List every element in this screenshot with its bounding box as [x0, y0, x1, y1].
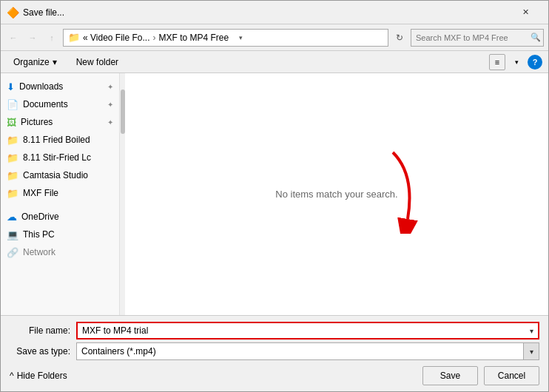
up-button[interactable]: ↑: [44, 30, 60, 46]
documents-icon: 📄: [7, 99, 18, 110]
sidebar-label-downloads: Downloads: [19, 81, 63, 92]
fried-boiled-icon: 📁: [7, 135, 18, 146]
pictures-pin: ✦: [107, 118, 113, 126]
breadcrumb-path: « Video File Fo...: [83, 33, 150, 43]
file-name-row: File name: ▾: [10, 322, 539, 339]
action-buttons: Save Cancel: [422, 366, 539, 385]
forward-button[interactable]: →: [24, 30, 41, 46]
save-type-wrap: Containers (*.mp4) AVI (*.avi) MOV (*.mo…: [76, 342, 539, 360]
bottom-buttons: ^ Hide Folders Save Cancel: [10, 366, 539, 385]
sidebar-label-mxf: MXF File: [23, 188, 58, 198]
toolbar: Organize ▾ New folder ≡ ▾ ?: [1, 51, 548, 73]
stir-fried-icon: 📁: [7, 152, 18, 163]
sidebar-item-fried-boiled[interactable]: 📁 8.11 Fried Boiled: [1, 131, 119, 149]
sidebar-label-this-pc: This PC: [23, 229, 55, 240]
sidebar-item-network[interactable]: 🔗 Network: [1, 243, 119, 261]
close-button[interactable]: ✕: [508, 2, 542, 23]
sidebar-item-camtasia[interactable]: 📁 Camtasia Studio: [1, 166, 119, 184]
hide-folders-arrow: ^: [10, 371, 14, 381]
file-name-label: File name:: [10, 325, 76, 336]
search-icon: 🔍: [531, 33, 541, 42]
sidebar-item-stir-fried[interactable]: 📁 8.11 Stir-Fried Lc: [1, 149, 119, 166]
view-arrow-button[interactable]: ▾: [508, 54, 525, 70]
save-type-label: Save as type:: [10, 346, 76, 356]
sidebar-item-onedrive[interactable]: ☁ OneDrive: [1, 208, 119, 226]
help-button[interactable]: ?: [528, 55, 542, 70]
mxf-icon: 📁: [7, 188, 18, 199]
downloads-pin: ✦: [107, 83, 113, 91]
sidebar-item-this-pc[interactable]: 💻 This PC: [1, 226, 119, 243]
search-input[interactable]: [411, 29, 544, 47]
file-name-input[interactable]: [76, 322, 539, 339]
dialog-icon: 🔶: [7, 7, 18, 18]
address-bar: ← → ↑ 📁 « Video File Fo... › MXF to MP4 …: [1, 24, 548, 51]
organize-button[interactable]: Organize ▾: [7, 54, 64, 70]
sidebar-item-downloads[interactable]: ⬇ Downloads ✦: [1, 78, 119, 95]
sidebar-label-network: Network: [23, 247, 55, 257]
save-type-row: Save as type: Containers (*.mp4) AVI (*.…: [10, 342, 539, 360]
savetype-dropdown-arrow[interactable]: ▾: [523, 342, 539, 360]
camtasia-icon: 📁: [7, 170, 18, 181]
file-area: No items match your search.: [125, 73, 548, 315]
sidebar-item-pictures[interactable]: 🖼 Pictures ✦: [1, 113, 119, 131]
onedrive-icon: ☁: [7, 211, 17, 223]
sidebar-label-documents: Documents: [23, 99, 68, 109]
file-name-input-wrap: ▾: [76, 322, 539, 339]
save-button[interactable]: Save: [422, 366, 478, 385]
empty-message: No items match your search.: [275, 189, 397, 200]
hide-folders-label: Hide Folders: [17, 371, 67, 381]
refresh-button[interactable]: ↻: [391, 30, 408, 46]
dialog-title: Save file...: [23, 7, 64, 18]
this-pc-icon: 💻: [7, 229, 18, 240]
sidebar: ⬇ Downloads ✦ 📄 Documents ✦ 🖼 Pictures ✦…: [1, 73, 119, 315]
breadcrumb-sub: MXF to MP4 Free: [159, 33, 229, 43]
save-type-select[interactable]: Containers (*.mp4) AVI (*.avi) MOV (*.mo…: [76, 342, 539, 360]
documents-pin: ✦: [107, 101, 113, 109]
main-area: ⬇ Downloads ✦ 📄 Documents ✦ 🖼 Pictures ✦…: [1, 73, 548, 315]
back-button[interactable]: ←: [5, 30, 21, 46]
breadcrumb-area[interactable]: 📁 « Video File Fo... › MXF to MP4 Free ▾: [63, 29, 388, 47]
bottom-area: File name: ▾ Save as type: Containers (*…: [1, 315, 548, 391]
breadcrumb-separator: ›: [153, 33, 156, 43]
new-folder-button[interactable]: New folder: [70, 54, 125, 70]
sidebar-label-fried-boiled: 8.11 Fried Boiled: [23, 135, 90, 145]
folder-icon: 📁: [68, 32, 80, 43]
downloads-icon: ⬇: [7, 81, 15, 92]
sidebar-item-documents[interactable]: 📄 Documents ✦: [1, 95, 119, 113]
filename-dropdown-arrow[interactable]: ▾: [523, 322, 539, 339]
sidebar-label-camtasia: Camtasia Studio: [23, 170, 88, 180]
pictures-icon: 🖼: [7, 117, 16, 128]
title-bar: 🔶 Save file... ✕: [1, 1, 548, 24]
view-button[interactable]: ≡: [489, 54, 505, 70]
hide-folders-button[interactable]: ^ Hide Folders: [10, 371, 67, 381]
search-box: 🔍: [411, 29, 544, 47]
cancel-button[interactable]: Cancel: [484, 366, 539, 385]
breadcrumb-dropdown[interactable]: ▾: [235, 30, 246, 46]
sidebar-label-onedrive: OneDrive: [21, 212, 59, 222]
sidebar-scrollbar[interactable]: [119, 73, 125, 315]
sidebar-item-mxf-file[interactable]: 📁 MXF File: [1, 184, 119, 202]
sidebar-label-pictures: Pictures: [21, 117, 53, 127]
sidebar-wrapper: ⬇ Downloads ✦ 📄 Documents ✦ 🖼 Pictures ✦…: [1, 73, 125, 315]
network-icon: 🔗: [7, 247, 18, 258]
sidebar-label-stir-fried: 8.11 Stir-Fried Lc: [23, 152, 91, 163]
